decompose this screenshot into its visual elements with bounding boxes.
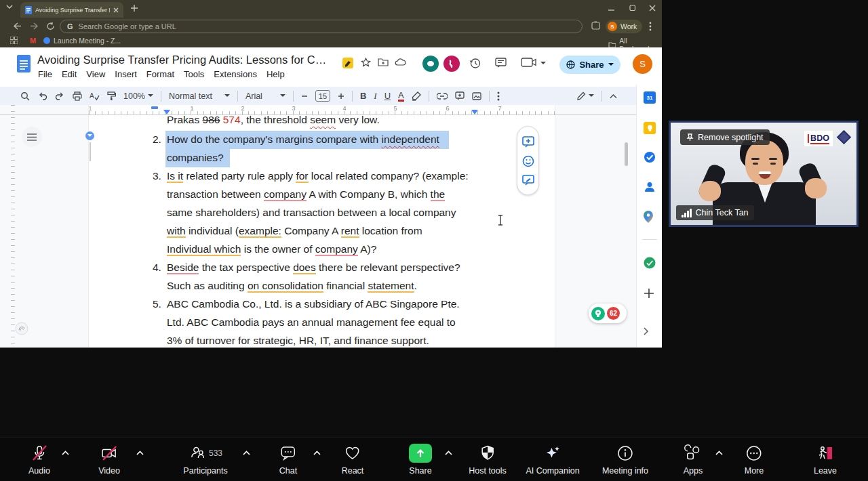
browser-profile-button[interactable]: S Work (606, 20, 642, 33)
bold-button[interactable]: B (360, 91, 366, 101)
window-maximize-button[interactable] (629, 5, 636, 12)
font-size-decrease[interactable] (301, 93, 308, 100)
get-addons-icon[interactable] (644, 288, 656, 300)
more-button[interactable]: More (745, 444, 764, 476)
chat-options-caret[interactable] (313, 451, 321, 455)
host-tools-button[interactable]: Host tools (469, 444, 507, 476)
menu-insert[interactable]: Insert (115, 69, 137, 79)
keep-icon[interactable] (644, 122, 656, 134)
meet-caret-icon[interactable] (540, 62, 546, 65)
participants-options-caret[interactable] (243, 451, 250, 455)
calendar-icon[interactable]: 31 (644, 91, 656, 104)
font-family-select[interactable]: Arial (245, 91, 285, 101)
search-menus-icon[interactable] (20, 91, 30, 101)
new-tab-button[interactable] (130, 4, 138, 12)
bookmark-launch-meeting[interactable]: Launch Meeting - Z... (43, 37, 121, 45)
back-icon[interactable] (12, 22, 22, 30)
google-docs-icon[interactable] (17, 55, 31, 72)
reload-icon[interactable] (46, 22, 55, 30)
move-folder-icon[interactable] (378, 58, 389, 67)
document-scrollbar-thumb[interactable] (625, 142, 628, 166)
document-status-cloud-icon[interactable] (395, 58, 406, 66)
apps-button[interactable]: Apps (684, 444, 703, 476)
tasks-icon[interactable] (644, 151, 656, 163)
contacts-icon[interactable] (644, 181, 656, 193)
add-comment-icon[interactable] (455, 91, 465, 101)
underline-button[interactable]: U (384, 91, 391, 101)
tab-close-icon[interactable] (113, 7, 119, 13)
teal-extension-icon[interactable] (422, 56, 439, 72)
insert-image-icon[interactable] (472, 92, 481, 100)
menu-extensions[interactable]: Extensions (214, 69, 257, 79)
editing-mode-select[interactable] (577, 91, 594, 100)
side-panel-icon[interactable] (591, 21, 600, 30)
suggest-edits-icon[interactable] (522, 175, 534, 186)
leave-button[interactable]: Leave (814, 444, 837, 476)
paint-format-icon[interactable] (107, 91, 116, 101)
yellow-tool-icon[interactable] (342, 58, 353, 68)
font-size-increase[interactable] (338, 93, 344, 100)
zoom-select[interactable]: 100% (123, 91, 153, 101)
share-button[interactable]: Share (559, 56, 620, 74)
share-screen-button[interactable]: Share (409, 444, 432, 476)
page-marker-icon[interactable] (15, 322, 28, 335)
audio-options-caret[interactable] (62, 451, 69, 455)
gmail-bookmark-icon[interactable]: M (30, 37, 36, 45)
menu-tools[interactable]: Tools (184, 69, 204, 79)
suggestions-badge[interactable]: 62 (589, 304, 627, 323)
chat-button[interactable]: Chat (279, 444, 297, 476)
highlight-color-icon[interactable] (412, 91, 421, 101)
react-button[interactable]: React (342, 444, 364, 476)
participants-button[interactable]: 533 Participants (183, 444, 227, 476)
redo-icon[interactable] (55, 91, 65, 100)
document-canvas[interactable]: 1 1 2 3 4 5 6 7 Prakas 986 574, the thre… (0, 105, 636, 348)
collapse-heading-icon[interactable] (85, 131, 94, 140)
undo-icon[interactable] (37, 91, 47, 100)
meeting-info-button[interactable]: Meeting info (602, 444, 648, 476)
paragraph-style-select[interactable]: Normal text (169, 91, 230, 101)
magenta-extension-icon[interactable] (443, 56, 460, 72)
star-icon[interactable] (361, 58, 371, 68)
menu-edit[interactable]: Edit (62, 69, 77, 79)
insert-link-icon[interactable] (437, 93, 448, 100)
menu-help[interactable]: Help (267, 69, 285, 79)
browser-tab[interactable]: Avoiding Surprise Transfer Prici (20, 2, 123, 18)
menu-file[interactable]: File (38, 69, 52, 79)
share-options-caret[interactable] (445, 451, 452, 455)
menu-format[interactable]: Format (146, 69, 174, 79)
account-avatar[interactable]: S (633, 54, 652, 74)
toolbar-more-icon[interactable] (497, 91, 500, 101)
tab-groups-grid-icon[interactable] (10, 37, 18, 44)
video-button[interactable]: Video (98, 444, 120, 476)
document-title[interactable]: Avoiding Surprise Transfer Pricing Audit… (37, 54, 330, 66)
apps-options-caret[interactable] (715, 451, 723, 455)
menu-view[interactable]: View (86, 69, 105, 79)
comments-icon[interactable] (495, 58, 507, 68)
audio-button[interactable]: Audio (28, 444, 50, 476)
font-size-input[interactable]: 15 (315, 90, 330, 102)
italic-button[interactable]: I (374, 91, 376, 102)
print-icon[interactable] (73, 91, 82, 101)
maps-icon[interactable] (644, 211, 656, 223)
green-addon-icon[interactable] (644, 257, 656, 269)
spotlight-video-tile[interactable]: Remove spotlight BDO Chin Teck Tan (669, 121, 859, 227)
forward-icon[interactable] (30, 22, 39, 30)
right-indent-marker[interactable] (471, 110, 478, 114)
browser-menu-icon[interactable] (649, 22, 652, 31)
ai-companion-button[interactable]: AI Companion (526, 444, 579, 476)
text-color-button[interactable]: A (398, 91, 404, 102)
first-line-indent-marker[interactable] (151, 106, 158, 109)
remove-spotlight-button[interactable]: Remove spotlight (680, 129, 770, 145)
spellcheck-icon[interactable]: A (90, 91, 100, 101)
meet-video-icon[interactable] (521, 58, 541, 67)
version-history-icon[interactable] (469, 58, 481, 69)
window-close-button[interactable] (649, 5, 656, 12)
video-options-caret[interactable] (136, 451, 144, 455)
hide-menus-icon[interactable] (610, 94, 617, 98)
address-bar[interactable]: G Search Google or type a URL (60, 20, 583, 33)
tab-search-caret-icon[interactable] (6, 5, 13, 9)
emoji-reaction-icon[interactable] (522, 155, 534, 167)
add-comment-icon[interactable] (522, 136, 534, 148)
window-minimize-button[interactable] (608, 5, 615, 12)
hide-side-panel-icon[interactable] (644, 327, 656, 339)
